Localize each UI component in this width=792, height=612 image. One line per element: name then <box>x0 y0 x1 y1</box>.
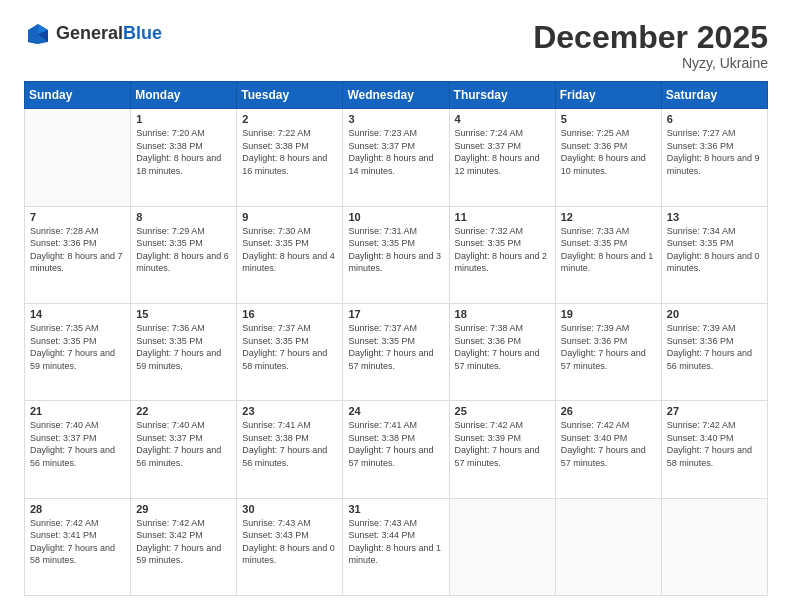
day-info: Sunrise: 7:32 AM Sunset: 3:35 PM Dayligh… <box>455 225 550 275</box>
calendar-cell: 28Sunrise: 7:42 AM Sunset: 3:41 PM Dayli… <box>25 498 131 595</box>
day-number: 11 <box>455 211 550 223</box>
calendar-table: Sunday Monday Tuesday Wednesday Thursday… <box>24 81 768 596</box>
calendar-cell: 6Sunrise: 7:27 AM Sunset: 3:36 PM Daylig… <box>661 109 767 206</box>
day-number: 30 <box>242 503 337 515</box>
calendar-cell: 14Sunrise: 7:35 AM Sunset: 3:35 PM Dayli… <box>25 303 131 400</box>
calendar-cell: 25Sunrise: 7:42 AM Sunset: 3:39 PM Dayli… <box>449 401 555 498</box>
day-info: Sunrise: 7:22 AM Sunset: 3:38 PM Dayligh… <box>242 127 337 177</box>
day-info: Sunrise: 7:42 AM Sunset: 3:39 PM Dayligh… <box>455 419 550 469</box>
day-number: 22 <box>136 405 231 417</box>
calendar-week-row: 1Sunrise: 7:20 AM Sunset: 3:38 PM Daylig… <box>25 109 768 206</box>
location: Nyzy, Ukraine <box>533 55 768 71</box>
day-number: 20 <box>667 308 762 320</box>
day-number: 13 <box>667 211 762 223</box>
calendar-week-row: 28Sunrise: 7:42 AM Sunset: 3:41 PM Dayli… <box>25 498 768 595</box>
col-friday: Friday <box>555 82 661 109</box>
logo: GeneralBlue <box>24 20 162 48</box>
calendar-cell <box>661 498 767 595</box>
day-number: 25 <box>455 405 550 417</box>
day-info: Sunrise: 7:31 AM Sunset: 3:35 PM Dayligh… <box>348 225 443 275</box>
day-info: Sunrise: 7:37 AM Sunset: 3:35 PM Dayligh… <box>242 322 337 372</box>
calendar-header-row: Sunday Monday Tuesday Wednesday Thursday… <box>25 82 768 109</box>
day-info: Sunrise: 7:43 AM Sunset: 3:44 PM Dayligh… <box>348 517 443 567</box>
day-info: Sunrise: 7:40 AM Sunset: 3:37 PM Dayligh… <box>30 419 125 469</box>
day-info: Sunrise: 7:36 AM Sunset: 3:35 PM Dayligh… <box>136 322 231 372</box>
logo-general-text: General <box>56 23 123 43</box>
day-number: 24 <box>348 405 443 417</box>
day-info: Sunrise: 7:41 AM Sunset: 3:38 PM Dayligh… <box>348 419 443 469</box>
calendar-cell: 21Sunrise: 7:40 AM Sunset: 3:37 PM Dayli… <box>25 401 131 498</box>
day-info: Sunrise: 7:34 AM Sunset: 3:35 PM Dayligh… <box>667 225 762 275</box>
day-info: Sunrise: 7:41 AM Sunset: 3:38 PM Dayligh… <box>242 419 337 469</box>
day-number: 21 <box>30 405 125 417</box>
day-info: Sunrise: 7:29 AM Sunset: 3:35 PM Dayligh… <box>136 225 231 275</box>
day-info: Sunrise: 7:24 AM Sunset: 3:37 PM Dayligh… <box>455 127 550 177</box>
day-number: 18 <box>455 308 550 320</box>
calendar-cell: 16Sunrise: 7:37 AM Sunset: 3:35 PM Dayli… <box>237 303 343 400</box>
col-saturday: Saturday <box>661 82 767 109</box>
col-sunday: Sunday <box>25 82 131 109</box>
calendar-cell: 27Sunrise: 7:42 AM Sunset: 3:40 PM Dayli… <box>661 401 767 498</box>
day-info: Sunrise: 7:42 AM Sunset: 3:40 PM Dayligh… <box>667 419 762 469</box>
day-number: 28 <box>30 503 125 515</box>
day-number: 17 <box>348 308 443 320</box>
header: GeneralBlue December 2025 Nyzy, Ukraine <box>24 20 768 71</box>
calendar-cell: 7Sunrise: 7:28 AM Sunset: 3:36 PM Daylig… <box>25 206 131 303</box>
calendar-cell: 11Sunrise: 7:32 AM Sunset: 3:35 PM Dayli… <box>449 206 555 303</box>
day-info: Sunrise: 7:39 AM Sunset: 3:36 PM Dayligh… <box>561 322 656 372</box>
calendar-week-row: 7Sunrise: 7:28 AM Sunset: 3:36 PM Daylig… <box>25 206 768 303</box>
calendar-cell: 3Sunrise: 7:23 AM Sunset: 3:37 PM Daylig… <box>343 109 449 206</box>
calendar-cell: 24Sunrise: 7:41 AM Sunset: 3:38 PM Dayli… <box>343 401 449 498</box>
month-title: December 2025 <box>533 20 768 55</box>
day-info: Sunrise: 7:42 AM Sunset: 3:42 PM Dayligh… <box>136 517 231 567</box>
day-number: 15 <box>136 308 231 320</box>
calendar-cell: 10Sunrise: 7:31 AM Sunset: 3:35 PM Dayli… <box>343 206 449 303</box>
calendar-week-row: 14Sunrise: 7:35 AM Sunset: 3:35 PM Dayli… <box>25 303 768 400</box>
calendar-week-row: 21Sunrise: 7:40 AM Sunset: 3:37 PM Dayli… <box>25 401 768 498</box>
day-number: 2 <box>242 113 337 125</box>
day-number: 4 <box>455 113 550 125</box>
logo-icon <box>24 20 52 48</box>
calendar-cell: 1Sunrise: 7:20 AM Sunset: 3:38 PM Daylig… <box>131 109 237 206</box>
calendar-cell: 4Sunrise: 7:24 AM Sunset: 3:37 PM Daylig… <box>449 109 555 206</box>
day-info: Sunrise: 7:40 AM Sunset: 3:37 PM Dayligh… <box>136 419 231 469</box>
calendar-cell <box>449 498 555 595</box>
day-number: 10 <box>348 211 443 223</box>
day-info: Sunrise: 7:38 AM Sunset: 3:36 PM Dayligh… <box>455 322 550 372</box>
day-number: 29 <box>136 503 231 515</box>
day-number: 9 <box>242 211 337 223</box>
day-info: Sunrise: 7:20 AM Sunset: 3:38 PM Dayligh… <box>136 127 231 177</box>
title-block: December 2025 Nyzy, Ukraine <box>533 20 768 71</box>
calendar-cell <box>555 498 661 595</box>
day-info: Sunrise: 7:43 AM Sunset: 3:43 PM Dayligh… <box>242 517 337 567</box>
day-number: 12 <box>561 211 656 223</box>
day-info: Sunrise: 7:23 AM Sunset: 3:37 PM Dayligh… <box>348 127 443 177</box>
calendar-cell: 29Sunrise: 7:42 AM Sunset: 3:42 PM Dayli… <box>131 498 237 595</box>
col-wednesday: Wednesday <box>343 82 449 109</box>
day-number: 31 <box>348 503 443 515</box>
day-number: 3 <box>348 113 443 125</box>
col-thursday: Thursday <box>449 82 555 109</box>
calendar-cell: 22Sunrise: 7:40 AM Sunset: 3:37 PM Dayli… <box>131 401 237 498</box>
calendar-cell: 20Sunrise: 7:39 AM Sunset: 3:36 PM Dayli… <box>661 303 767 400</box>
calendar-cell <box>25 109 131 206</box>
calendar-cell: 2Sunrise: 7:22 AM Sunset: 3:38 PM Daylig… <box>237 109 343 206</box>
day-info: Sunrise: 7:28 AM Sunset: 3:36 PM Dayligh… <box>30 225 125 275</box>
day-info: Sunrise: 7:37 AM Sunset: 3:35 PM Dayligh… <box>348 322 443 372</box>
day-number: 14 <box>30 308 125 320</box>
day-number: 27 <box>667 405 762 417</box>
calendar-cell: 5Sunrise: 7:25 AM Sunset: 3:36 PM Daylig… <box>555 109 661 206</box>
day-number: 26 <box>561 405 656 417</box>
page: GeneralBlue December 2025 Nyzy, Ukraine … <box>0 0 792 612</box>
calendar-cell: 8Sunrise: 7:29 AM Sunset: 3:35 PM Daylig… <box>131 206 237 303</box>
day-info: Sunrise: 7:27 AM Sunset: 3:36 PM Dayligh… <box>667 127 762 177</box>
calendar-cell: 17Sunrise: 7:37 AM Sunset: 3:35 PM Dayli… <box>343 303 449 400</box>
day-number: 16 <box>242 308 337 320</box>
calendar-cell: 9Sunrise: 7:30 AM Sunset: 3:35 PM Daylig… <box>237 206 343 303</box>
calendar-cell: 15Sunrise: 7:36 AM Sunset: 3:35 PM Dayli… <box>131 303 237 400</box>
calendar-cell: 13Sunrise: 7:34 AM Sunset: 3:35 PM Dayli… <box>661 206 767 303</box>
logo-blue-text: Blue <box>123 23 162 43</box>
day-info: Sunrise: 7:39 AM Sunset: 3:36 PM Dayligh… <box>667 322 762 372</box>
calendar-cell: 12Sunrise: 7:33 AM Sunset: 3:35 PM Dayli… <box>555 206 661 303</box>
day-info: Sunrise: 7:42 AM Sunset: 3:40 PM Dayligh… <box>561 419 656 469</box>
